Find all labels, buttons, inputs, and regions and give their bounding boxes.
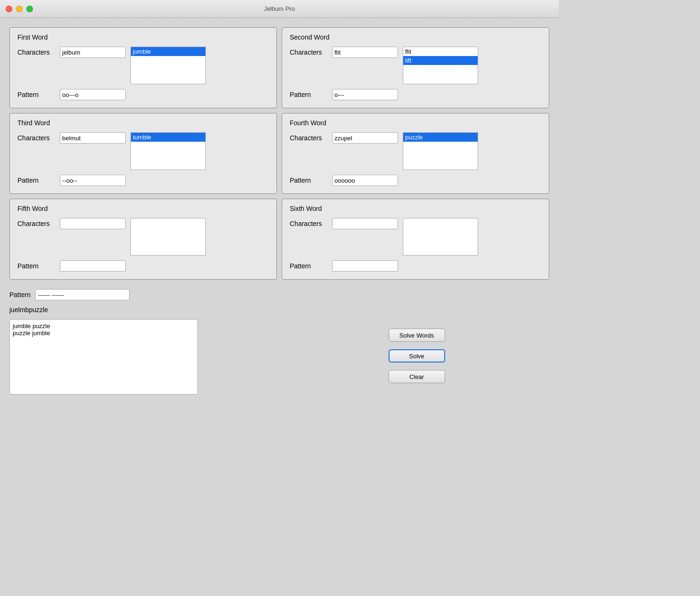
list-item[interactable]: jumble — [131, 47, 205, 56]
list-item[interactable]: tumble — [131, 133, 205, 142]
fifth-word-list[interactable] — [130, 218, 206, 256]
third-word-box: Third Word Characters tumble Pattern — [9, 113, 277, 194]
second-word-chars-row: Characters flit lift — [290, 47, 541, 84]
sixth-word-chars-row: Characters — [290, 218, 541, 256]
clear-button[interactable]: Clear — [389, 370, 445, 383]
first-word-chars-input[interactable] — [60, 47, 126, 58]
third-word-chars-row: Characters tumble — [17, 132, 269, 170]
first-word-chars-row: Characters jumble — [17, 47, 269, 84]
first-word-pattern-input[interactable] — [60, 89, 126, 100]
list-item[interactable]: puzzle — [403, 133, 478, 142]
fourth-word-chars-row: Characters puzzle — [290, 132, 541, 170]
sixth-word-pattern-input[interactable] — [332, 260, 398, 272]
sixth-word-box: Sixth Word Characters Pattern — [282, 199, 549, 280]
sixth-word-chars-input[interactable] — [332, 218, 398, 229]
third-word-pattern-row: Pattern — [17, 175, 269, 186]
list-item[interactable]: flit — [403, 47, 478, 56]
fourth-word-box: Fourth Word Characters puzzle Pattern — [282, 113, 549, 194]
first-word-chars-label: Characters — [17, 47, 55, 56]
global-pattern-label: Pattern — [9, 291, 31, 298]
results-area: jumble puzzle puzzle jumble — [9, 319, 275, 396]
second-word-chars-input[interactable] — [332, 47, 398, 58]
solve-button[interactable]: Solve — [389, 349, 445, 362]
bottom-section: Pattern juelmbpuzzle jumble puzzle puzzl… — [0, 289, 559, 396]
third-word-pattern-input[interactable] — [60, 175, 126, 186]
results-textarea[interactable]: jumble puzzle puzzle jumble — [9, 319, 198, 395]
third-word-pattern-label: Pattern — [17, 175, 55, 184]
second-word-pattern-row: Pattern — [290, 89, 541, 100]
first-word-box: First Word Characters jumble Pattern — [9, 27, 277, 108]
fourth-word-pattern-input[interactable] — [332, 175, 398, 186]
global-pattern-row: Pattern — [9, 289, 549, 300]
bottom-main: jumble puzzle puzzle jumble Solve Words … — [9, 319, 549, 396]
fifth-word-chars-row: Characters — [17, 218, 269, 256]
fifth-word-pattern-row: Pattern — [17, 260, 269, 272]
sixth-word-fields: Characters Pattern — [290, 218, 541, 272]
sixth-word-pattern-label: Pattern — [290, 260, 327, 270]
maximize-button[interactable] — [26, 6, 33, 12]
fifth-word-fields: Characters Pattern — [17, 218, 269, 272]
fourth-word-pattern-row: Pattern — [290, 175, 541, 186]
word-row-2: Third Word Characters tumble Pattern Fou… — [9, 113, 549, 194]
fourth-word-chars-input[interactable] — [332, 132, 398, 144]
fourth-word-fields: Characters puzzle Pattern — [290, 132, 541, 186]
first-word-pattern-row: Pattern — [17, 89, 269, 100]
second-word-pattern-input[interactable] — [332, 89, 398, 100]
fourth-word-chars-label: Characters — [290, 132, 327, 142]
word-row-1: First Word Characters jumble Pattern Sec… — [9, 27, 549, 108]
buttons-area: Solve Words Solve Clear — [284, 319, 549, 383]
sixth-word-title: Sixth Word — [290, 205, 541, 212]
app-title: Jelbum Pro — [264, 5, 295, 12]
word-row-3: Fifth Word Characters Pattern Sixth Word… — [9, 199, 549, 280]
second-word-title: Second Word — [290, 33, 541, 41]
second-word-pattern-label: Pattern — [290, 89, 327, 98]
fifth-word-title: Fifth Word — [17, 205, 269, 212]
second-word-list[interactable]: flit lift — [403, 47, 478, 84]
sixth-word-pattern-row: Pattern — [290, 260, 541, 272]
third-word-chars-input[interactable] — [60, 132, 126, 144]
sixth-word-list[interactable] — [403, 218, 478, 256]
fifth-word-chars-label: Characters — [17, 218, 55, 227]
fourth-word-title: Fourth Word — [290, 119, 541, 127]
second-word-fields: Characters flit lift Pattern — [290, 47, 541, 100]
fourth-word-pattern-label: Pattern — [290, 175, 327, 184]
first-word-list[interactable]: jumble — [130, 47, 206, 84]
fourth-word-list[interactable]: puzzle — [403, 132, 478, 170]
second-word-box: Second Word Characters flit lift Pattern — [282, 27, 549, 108]
third-word-list[interactable]: tumble — [130, 132, 206, 170]
all-chars-display: juelmbpuzzle — [9, 306, 549, 314]
solve-words-button[interactable]: Solve Words — [389, 329, 445, 342]
fifth-word-box: Fifth Word Characters Pattern — [9, 199, 277, 280]
title-bar: Jelbum Pro — [0, 0, 559, 18]
list-item[interactable] — [131, 56, 205, 58]
global-pattern-input[interactable] — [35, 289, 130, 300]
fifth-word-pattern-input[interactable] — [60, 260, 126, 272]
main-content: First Word Characters jumble Pattern Sec… — [0, 18, 559, 289]
third-word-fields: Characters tumble Pattern — [17, 132, 269, 186]
fifth-word-pattern-label: Pattern — [17, 260, 55, 270]
first-word-title: First Word — [17, 33, 269, 41]
minimize-button[interactable] — [16, 6, 23, 12]
sixth-word-chars-label: Characters — [290, 218, 327, 227]
third-word-chars-label: Characters — [17, 132, 55, 142]
close-button[interactable] — [6, 6, 12, 12]
list-item[interactable]: lift — [403, 56, 478, 65]
first-word-fields: Characters jumble Pattern — [17, 47, 269, 100]
fifth-word-chars-input[interactable] — [60, 218, 126, 229]
window-controls — [6, 6, 33, 12]
second-word-chars-label: Characters — [290, 47, 327, 56]
first-word-pattern-label: Pattern — [17, 89, 55, 98]
third-word-title: Third Word — [17, 119, 269, 127]
